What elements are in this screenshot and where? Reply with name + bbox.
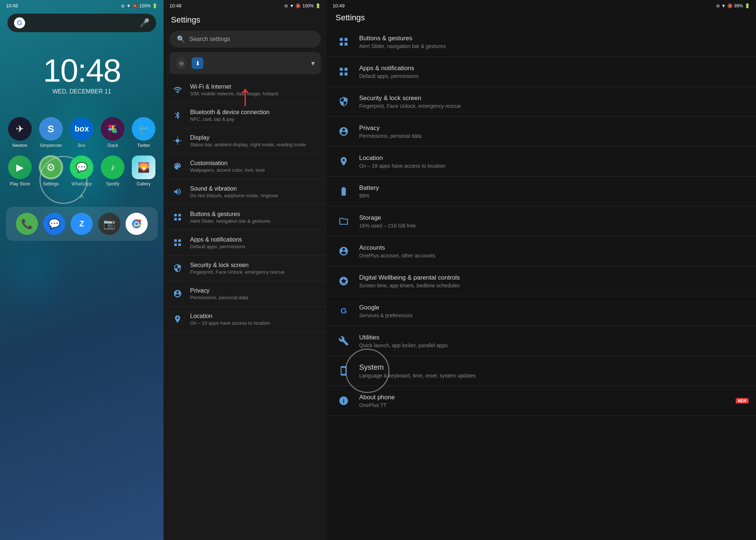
wifi-settings-icon xyxy=(171,83,184,96)
app-whatsapp[interactable]: 💬 WhatsApp xyxy=(68,155,96,187)
svg-rect-26 xyxy=(344,68,347,71)
app-playstore[interactable]: ▶ Play Store xyxy=(6,155,34,187)
dock-camera[interactable]: 📷 xyxy=(98,213,120,235)
app-newton[interactable]: ✈ Newton xyxy=(6,117,34,148)
settings-right-title: Settings xyxy=(336,13,365,22)
expand-toggle[interactable]: ▾ xyxy=(311,59,315,68)
settings-search-bar[interactable]: 🔍 Search settings xyxy=(169,31,321,48)
app-slack[interactable]: Slack xyxy=(99,117,127,148)
right-location-title: Location xyxy=(359,154,747,162)
right-privacy-title: Privacy xyxy=(359,124,747,132)
buttons-title: Buttons & gestures xyxy=(190,211,319,218)
home-clock-date: WED, DECEMBER 11 xyxy=(0,88,164,95)
swipe-up-indicator: ^ xyxy=(0,194,164,202)
settings-bluetooth[interactable]: Bluetooth & device connection NFC, cast,… xyxy=(164,103,327,128)
volume-mute-icon: 🔕 xyxy=(295,3,301,8)
right-google[interactable]: G Google Services & preferences xyxy=(327,296,756,326)
settings-wifi[interactable]: Wi-Fi & Internet SIM, mobile network, da… xyxy=(164,77,327,103)
right-accounts-icon xyxy=(336,243,352,259)
newton-icon: ✈ xyxy=(8,117,32,141)
spotify-icon: ♪ xyxy=(101,155,124,179)
right-accounts[interactable]: Accounts OnePlus account, other accounts xyxy=(327,236,756,266)
settings-right-statusbar: 10:49 ⊖ ▼ 🔕 99% 🔋 xyxy=(327,0,756,10)
right-privacy[interactable]: Privacy Permissions, personal data xyxy=(327,117,756,147)
right-storage-subtitle: 16% used – 216 GB free xyxy=(359,223,747,229)
settings-sound[interactable]: Sound & vibration Do Not Disturb, earpho… xyxy=(164,179,327,205)
display-settings-icon xyxy=(171,134,184,147)
search-icon: 🔍 xyxy=(177,35,185,43)
privacy-text: Privacy Permissions, personal data xyxy=(190,287,319,300)
sound-icon xyxy=(171,185,184,198)
home-wifi-icon: ▼ xyxy=(126,3,131,8)
home-clock-time: 10:48 xyxy=(0,54,164,87)
security-title: Security & lock screen xyxy=(190,262,319,269)
settings-display[interactable]: Display Status bar, ambient display, nig… xyxy=(164,128,327,154)
right-apps-notifications[interactable]: Apps & notifications Default apps, permi… xyxy=(327,57,756,87)
settings-middle-status-icons: ⊖ ▼ 🔕 100% 🔋 xyxy=(284,3,321,8)
buttons-subtitle: Alert Slider, navigation bar & gestures xyxy=(190,218,319,224)
signal-icon: ⊖ xyxy=(284,3,288,8)
right-apps-text: Apps & notifications Default apps, permi… xyxy=(359,65,747,79)
settings-security[interactable]: Security & lock screen Fingerprint, Face… xyxy=(164,256,327,281)
right-apps-icon xyxy=(336,64,352,80)
app-gallery[interactable]: 🌄 Gallery xyxy=(130,155,158,187)
svg-rect-25 xyxy=(340,72,343,75)
home-time: 10:48 xyxy=(6,3,18,8)
dnd-toggle[interactable]: ⊖ xyxy=(175,57,187,69)
app-settings[interactable]: ⚙ Settings xyxy=(37,155,65,187)
right-security-text: Security & lock screen Fingerprint, Face… xyxy=(359,95,747,109)
download-icon: ⬇ xyxy=(195,60,200,67)
dock-chrome[interactable] xyxy=(126,213,148,235)
bluetooth-text: Bluetooth & device connection NFC, cast,… xyxy=(190,109,319,122)
right-about-phone[interactable]: About phone OnePlus 7T NEW xyxy=(327,386,756,416)
app-simplenote[interactable]: S Simplenote xyxy=(37,117,65,148)
right-buttons-gestures[interactable]: Buttons & gestures Alert Slider, navigat… xyxy=(327,27,756,57)
settings-middle-time: 10:48 xyxy=(169,3,182,8)
right-security-title: Security & lock screen xyxy=(359,95,747,102)
right-utilities[interactable]: Utilities Quick launch, app locker, para… xyxy=(327,326,756,356)
right-utilities-subtitle: Quick launch, app locker, parallel apps xyxy=(359,342,747,348)
gallery-icon: 🌄 xyxy=(132,155,155,179)
app-box[interactable]: box Box xyxy=(68,117,96,148)
home-battery-text: 100% xyxy=(139,3,151,8)
customisation-title: Customisation xyxy=(190,160,319,167)
right-digital-wellbeing[interactable]: Digital Wellbeing & parental controls Sc… xyxy=(327,266,756,296)
slack-label: Slack xyxy=(107,143,118,148)
right-location[interactable]: Location On – 19 apps have access to loc… xyxy=(327,147,756,177)
settings-right-header: Settings xyxy=(327,10,756,27)
svg-point-11 xyxy=(135,222,138,225)
newton-label: Newton xyxy=(13,143,28,148)
zoom-icon: Z xyxy=(79,219,84,229)
settings-icon: ⚙ xyxy=(39,155,63,179)
app-spotify[interactable]: ♪ Spotify xyxy=(99,155,127,187)
dock-phone[interactable]: 📞 xyxy=(16,213,38,235)
buttons-icon xyxy=(171,211,184,224)
right-battery[interactable]: Battery 99% xyxy=(327,177,756,206)
spotify-label: Spotify xyxy=(106,181,120,187)
right-google-text: Google Services & preferences xyxy=(359,304,747,318)
app-twitter[interactable]: 🐦 Twitter xyxy=(130,117,158,148)
twitter-icon: 🐦 xyxy=(132,117,155,141)
right-google-title: Google xyxy=(359,304,747,311)
dock-messages[interactable]: 💬 xyxy=(43,213,65,235)
right-digital-text: Digital Wellbeing & parental controls Sc… xyxy=(359,274,747,288)
box-icon: box xyxy=(70,117,93,141)
settings-apps[interactable]: Apps & notifications Default apps, permi… xyxy=(164,230,327,256)
volume-mute-icon-r: 🔕 xyxy=(727,3,733,8)
right-accounts-subtitle: OnePlus account, other accounts xyxy=(359,253,747,259)
dock-zoom[interactable]: Z xyxy=(71,213,93,235)
right-system[interactable]: System Language & keyboard, time, reset,… xyxy=(327,356,756,386)
settings-buttons[interactable]: Buttons & gestures Alert Slider, navigat… xyxy=(164,205,327,230)
settings-location[interactable]: Location On – 19 apps have access to loc… xyxy=(164,307,327,332)
settings-customisation[interactable]: Customisation Wallpapers, accent color, … xyxy=(164,154,327,179)
download-toggle[interactable]: ⬇ xyxy=(192,57,203,69)
mic-icon[interactable]: 🎤 xyxy=(140,18,150,28)
right-security[interactable]: Security & lock screen Fingerprint, Face… xyxy=(327,87,756,117)
wifi-icon: ▼ xyxy=(289,3,294,8)
right-privacy-subtitle: Permissions, personal data xyxy=(359,133,747,139)
quick-toggle-bar[interactable]: ⊖ ⬇ ▾ xyxy=(169,52,321,74)
right-location-icon xyxy=(336,153,352,170)
settings-privacy[interactable]: Privacy Permissions, personal data xyxy=(164,281,327,307)
right-storage[interactable]: Storage 16% used – 216 GB free xyxy=(327,206,756,236)
google-search-bar[interactable]: G 🎤 xyxy=(7,14,156,32)
